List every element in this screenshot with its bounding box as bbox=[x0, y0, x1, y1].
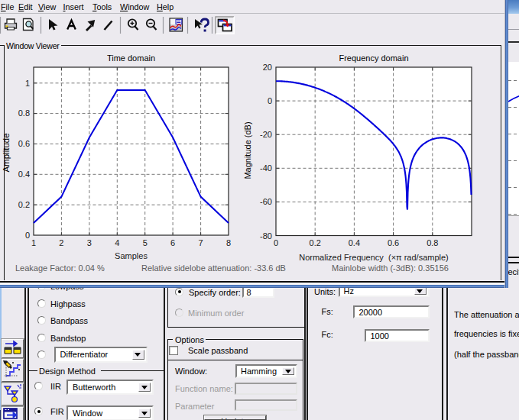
svg-text:1: 1 bbox=[31, 238, 36, 247]
svg-text:Normalized Frequency (×π rad/: Normalized Frequency (×π rad/sample) bbox=[299, 253, 449, 262]
svg-text:2: 2 bbox=[59, 238, 63, 247]
svg-text:Amplitude: Amplitude bbox=[2, 133, 11, 172]
svg-text:20: 20 bbox=[263, 63, 272, 72]
svg-text:3: 3 bbox=[87, 238, 92, 247]
svg-text:0.4: 0.4 bbox=[18, 170, 30, 179]
svg-text:0.2: 0.2 bbox=[18, 200, 30, 209]
svg-text:0.6: 0.6 bbox=[18, 139, 30, 148]
svg-text:-20: -20 bbox=[260, 130, 272, 139]
svg-text:0.8: 0.8 bbox=[18, 108, 30, 118]
svg-text:6: 6 bbox=[170, 238, 175, 247]
svg-text:-60: -60 bbox=[260, 197, 272, 206]
svg-text:0.6: 0.6 bbox=[388, 238, 399, 247]
svg-text:0: 0 bbox=[268, 96, 272, 105]
svg-text:Frequency domain: Frequency domain bbox=[339, 53, 408, 63]
svg-text:7: 7 bbox=[199, 238, 203, 247]
svg-text:0.2: 0.2 bbox=[310, 238, 321, 247]
svg-text:-40: -40 bbox=[260, 163, 272, 173]
svg-text:-80: -80 bbox=[260, 231, 272, 241]
svg-text:0.8: 0.8 bbox=[427, 238, 438, 247]
svg-text:5: 5 bbox=[143, 238, 148, 247]
svg-text:0: 0 bbox=[274, 238, 278, 247]
svg-text:8: 8 bbox=[226, 238, 231, 247]
svg-text:Samples: Samples bbox=[115, 251, 148, 260]
svg-text:0: 0 bbox=[25, 231, 30, 240]
svg-text:1: 1 bbox=[25, 79, 30, 88]
svg-text:4: 4 bbox=[115, 238, 119, 247]
svg-text:Time domain: Time domain bbox=[107, 53, 155, 63]
svg-text:Magnitude (dB): Magnitude (dB) bbox=[243, 121, 252, 179]
svg-text:0.4: 0.4 bbox=[349, 238, 360, 247]
